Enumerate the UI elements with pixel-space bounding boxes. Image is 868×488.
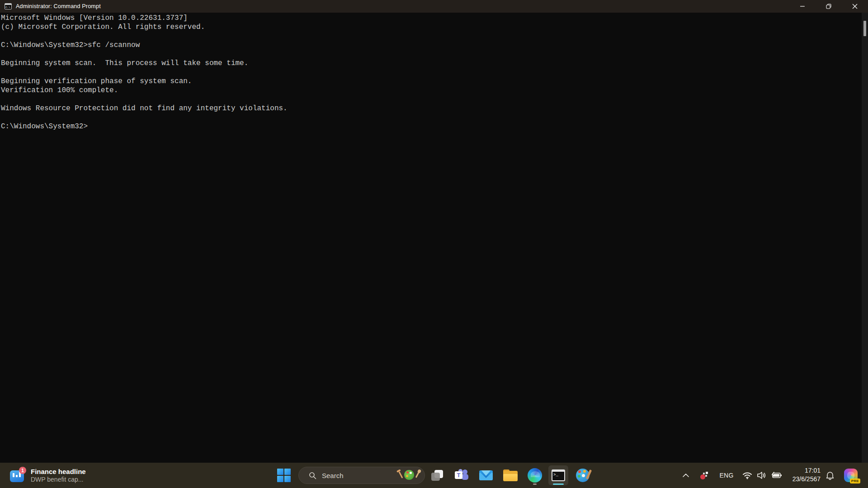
windows-logo-icon <box>277 469 291 482</box>
tray-app-icon <box>700 471 708 479</box>
mail-button[interactable] <box>476 465 496 485</box>
teams-icon: T <box>455 469 468 482</box>
close-icon <box>852 4 858 9</box>
scrollbar-track[interactable] <box>862 13 868 463</box>
bell-icon <box>826 471 834 480</box>
search-box[interactable]: Search <box>298 467 425 484</box>
notification-badge: 1 <box>19 467 26 474</box>
search-placeholder: Search <box>322 472 400 479</box>
language-indicator[interactable]: ENG <box>716 467 737 483</box>
copilot-button[interactable]: PRE <box>842 467 860 483</box>
scrollbar-thumb[interactable] <box>863 21 866 36</box>
window-titlebar: Administrator: Command Prompt <box>0 0 868 13</box>
edge-icon <box>528 468 542 483</box>
widgets-button[interactable]: 1 Finance headline DWP benefit cap... <box>6 465 90 486</box>
battery-charging-icon <box>771 471 782 479</box>
taskbar: 1 Finance headline DWP benefit cap... Se… <box>0 463 868 488</box>
clock[interactable]: 17:01 23/6/2567 <box>785 466 821 483</box>
copilot-icon: PRE <box>844 469 858 482</box>
file-explorer-icon <box>503 469 518 481</box>
chevron-up-icon <box>683 474 689 477</box>
copilot-preview-badge: PRE <box>850 479 860 483</box>
restore-icon <box>826 4 831 9</box>
command-prompt-taskbar-icon <box>552 469 565 481</box>
minimize-icon <box>800 4 805 9</box>
minimize-button[interactable] <box>789 0 816 13</box>
start-button[interactable] <box>274 465 294 485</box>
command-prompt-icon <box>5 3 12 9</box>
tray-overflow-button[interactable] <box>679 467 693 483</box>
date-label: 23/6/2567 <box>785 475 821 483</box>
close-button[interactable] <box>842 0 868 13</box>
notification-center-button[interactable] <box>823 467 837 483</box>
command-prompt-button[interactable] <box>548 465 568 485</box>
tray-app-button[interactable] <box>698 467 711 483</box>
language-label: ENG <box>719 472 733 479</box>
console-output: Microsoft Windows [Version 10.0.22631.37… <box>0 13 868 131</box>
task-view-icon <box>431 470 443 481</box>
running-indicator <box>533 483 537 485</box>
file-explorer-button[interactable] <box>500 465 520 485</box>
search-highlight-salad-icon[interactable] <box>400 469 418 481</box>
console-area[interactable]: Microsoft Windows [Version 10.0.22631.37… <box>0 13 868 463</box>
task-view-button[interactable] <box>427 465 447 485</box>
window-controls <box>789 0 868 13</box>
widget-subheadline: DWP benefit cap... <box>31 476 86 483</box>
quick-settings-button[interactable] <box>741 467 784 483</box>
paint-icon <box>576 469 590 482</box>
widget-headline: Finance headline <box>31 468 86 476</box>
window-title: Administrator: Command Prompt <box>16 3 101 9</box>
search-icon <box>309 472 316 479</box>
paint-button[interactable] <box>573 465 593 485</box>
mail-icon <box>479 470 493 480</box>
restore-button[interactable] <box>816 0 842 13</box>
widgets-finance-icon: 1 <box>10 469 25 482</box>
active-window-indicator <box>553 483 564 485</box>
wifi-icon <box>742 471 752 479</box>
volume-icon <box>757 471 766 479</box>
time-label: 17:01 <box>785 466 821 475</box>
teams-button[interactable]: T <box>452 465 472 485</box>
edge-button[interactable] <box>525 465 545 485</box>
